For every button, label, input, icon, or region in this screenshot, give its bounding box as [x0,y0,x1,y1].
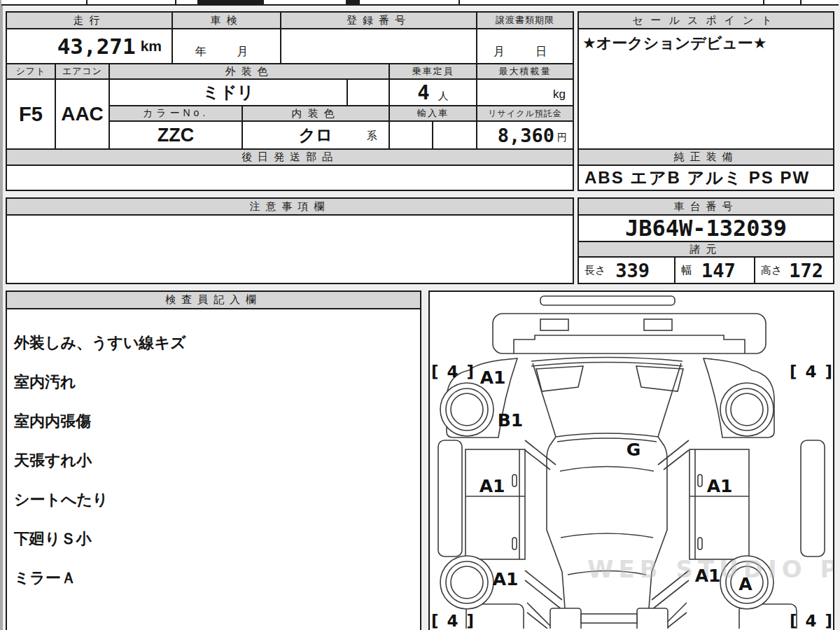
mileage-number: 43,271 [57,34,136,59]
capacity-header: 乗車定員 [388,63,477,80]
connector-front-left [525,440,556,470]
equipment-value: ABS エアB アルミ PS PW [578,164,834,191]
spec-length-value: 339 [615,260,650,281]
transfer-docs-header: 譲渡書類期限 [476,11,574,29]
max-load-header: 最大積載量 [476,63,574,80]
spec-width-value: 147 [701,260,736,281]
exterior-color-header: 外装色 [108,63,390,80]
cutoff-divider [175,0,176,6]
exterior-color-value: ミドリ [108,78,348,106]
later-parts-value-empty [6,164,574,191]
sales-point-header: セールスポイント [578,11,834,29]
front-right-wheel [720,383,774,436]
mark-left-door: A1 [479,476,505,496]
cutoff-divider [800,0,802,6]
roof-strip [540,296,675,305]
hood-edge-right [658,363,681,437]
tire-grade-front-right: [ 4 ] [790,363,833,381]
capacity-number: 4 [417,80,429,104]
spec-height-label: 高さ [761,264,782,277]
inspector-lines: 外装しみ、うすい線キズ 室内汚れ 室内内張傷 天張すれ小 シートへたり 下廻りＳ… [7,309,420,612]
inspector-line: 外装しみ、うすい線キズ [14,333,413,353]
interior-color-text: クロ [298,124,332,146]
cutoff-text-fragment [197,0,264,5]
right-sill-panel [801,440,825,556]
windshield-pane-left [536,366,583,391]
windshield-arc-1 [531,358,682,362]
import-value-empty [388,120,433,150]
left-sill-panel [438,440,462,556]
capacity-value: 4 人 [388,78,477,106]
color-no-value: ZZC [108,120,243,150]
aircon-value: AAC [55,78,110,150]
mark-right-door: A1 [707,476,733,496]
spec-length: 長さ 339 [578,256,676,284]
shift-value: F5 [6,78,56,150]
connector-front-right [658,440,689,470]
rear-bumper-center [581,614,637,623]
bumper-detail-left [540,319,568,330]
auction-sheet: { "vehicle": { "mileage_header": "走行", "… [0,0,840,630]
later-parts-header: 後日発送部品 [6,148,574,166]
spec-width: 幅 147 [674,256,755,284]
mark-front-left-fender: A1 [480,368,506,388]
sales-point-text: ★オークションデビュー★ [579,29,833,57]
inspector-header: 検査員記入欄 [6,290,421,309]
tire-grade-rear-left: [ 4 ] [431,612,475,629]
capacity-unit: 人 [438,90,449,103]
inspector-box: 外装しみ、うすい線キズ 室内汚れ 室内内張傷 天張すれ小 シートへたり 下廻りＳ… [6,308,421,630]
rear-bumper-right [637,608,668,629]
interior-color-suffix: 系 [367,130,377,143]
recycle-header: リサイクル預託金 [476,105,574,122]
mark-rear-right-quarter: A1 [695,566,721,586]
aircon-header: エアコン [55,63,110,80]
right-door-handle-rear [698,538,702,550]
rear-left-wheel [440,556,493,609]
chassis-value: JB64W-132039 [578,214,834,242]
shaken-header: 車検 [172,11,281,29]
inspector-line: ミラーＡ [14,568,413,588]
inspector-line: 室内汚れ [14,372,413,392]
hood-edge-left [533,363,556,437]
left-door-handle-front [512,475,517,486]
import-value-empty2 [432,120,477,150]
mileage-unit: km [141,38,162,55]
interior-color-value: クロ 系 [241,120,390,150]
equipment-header: 純正装備 [578,148,834,166]
sales-point-box: ★オークションデビュー★ [578,28,834,150]
tire-grade-front-left: [ 4 ] [431,363,475,381]
color-no-header: カラーNo. [108,105,243,122]
interior-color-header: 内装色 [241,105,390,122]
recycle-value: 8,360 円 [476,120,574,150]
registration-header: 登録番号 [280,11,477,29]
recycle-number: 8,360 [498,125,554,146]
inspector-line: 下廻りＳ小 [14,529,413,549]
specs-header: 諸元 [578,241,834,258]
cutoff-text-fragment [346,0,360,5]
exterior-color-sub-empty [346,78,390,106]
max-load-value: kg [476,78,574,106]
import-header: 輸入車 [388,105,477,122]
recycle-unit: 円 [557,132,567,144]
mileage-header: 走行 [6,11,173,29]
inspector-line: 天張すれ小 [14,451,413,470]
bumper-detail-right [644,319,672,330]
inspector-line: 室内内張傷 [14,412,413,431]
car-diagram-box: WEB STUDIO PRO [ 4 ] [ 4 ] [ 4 ] [ 4 ] A… [428,290,834,630]
cowl-arc-2 [557,438,657,442]
cowl-arc-1 [556,433,658,437]
car-diagram: WEB STUDIO PRO [ 4 ] [ 4 ] [ 4 ] [ 4 ] A… [430,292,833,629]
mileage-value: 43,271 km [6,28,173,64]
mark-rear-left-quarter: A1 [493,569,519,589]
shaken-value: 年 月 [172,28,281,64]
notes-header: 注意事項欄 [6,197,574,216]
rear-bumper-left [550,608,581,629]
cutoff-divider [763,0,764,6]
notes-box-empty [6,214,574,284]
left-door-handle-rear [512,538,517,550]
mark-windshield: G [626,440,641,460]
cutoff-divider [86,0,88,6]
windshield-arc-2 [531,363,682,367]
cutoff-row [1,0,839,6]
front-bumper [493,314,766,354]
